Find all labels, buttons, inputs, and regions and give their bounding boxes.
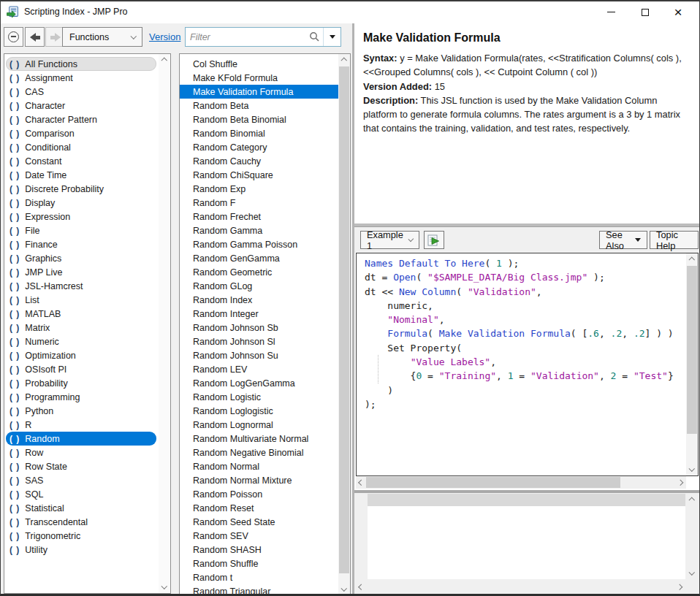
function-item-col-shuffle[interactable]: Col Shuffle bbox=[180, 57, 338, 71]
minimize-button[interactable] bbox=[598, 1, 623, 23]
scroll-right-button[interactable] bbox=[674, 581, 685, 593]
scroll-down-button[interactable] bbox=[686, 464, 698, 475]
category-item-row[interactable]: ( )Row bbox=[6, 446, 156, 459]
function-item-random-gengamma[interactable]: Random GenGamma bbox=[180, 251, 338, 265]
collapse-button[interactable] bbox=[4, 27, 23, 47]
function-item-random-reset[interactable]: Random Reset bbox=[180, 501, 338, 515]
function-item-random-category[interactable]: Random Category bbox=[180, 140, 338, 154]
function-item-random-f[interactable]: Random F bbox=[180, 196, 338, 210]
example-select[interactable]: Example 1 bbox=[360, 231, 419, 249]
function-item-random-shuffle[interactable]: Random Shuffle bbox=[180, 557, 338, 570]
function-item-random-johnson-sb[interactable]: Random Johnson Sb bbox=[180, 321, 338, 335]
filter-dropdown-button[interactable] bbox=[323, 28, 341, 46]
function-item-random-glog[interactable]: Random GLog bbox=[180, 279, 338, 293]
function-item-random-multivariate-normal[interactable]: Random Multivariate Normal bbox=[180, 432, 338, 446]
function-item-random-binomial[interactable]: Random Binomial bbox=[180, 126, 338, 140]
category-item-transcendental[interactable]: ( )Transcendental bbox=[6, 515, 156, 529]
function-item-random-lev[interactable]: Random LEV bbox=[180, 362, 338, 376]
function-item-random-negative-binomial[interactable]: Random Negative Binomial bbox=[180, 446, 338, 459]
category-item-trigonometric[interactable]: ( )Trigonometric bbox=[6, 529, 156, 543]
category-item-sas[interactable]: ( )SAS bbox=[6, 473, 156, 487]
category-item-expression[interactable]: ( )Expression bbox=[6, 210, 156, 224]
filter-input[interactable] bbox=[186, 32, 309, 42]
category-scrollbar[interactable] bbox=[159, 54, 170, 593]
run-script-button[interactable] bbox=[424, 231, 444, 249]
back-button[interactable] bbox=[25, 27, 45, 47]
category-item-r[interactable]: ( )R bbox=[6, 418, 156, 432]
function-item-random-integer[interactable]: Random Integer bbox=[180, 307, 338, 321]
maximize-button[interactable] bbox=[633, 1, 658, 23]
function-item-random-gamma[interactable]: Random Gamma bbox=[180, 224, 338, 237]
category-item-discrete-probability[interactable]: ( )Discrete Probability bbox=[6, 182, 156, 196]
editor-vertical-scrollbar[interactable] bbox=[686, 253, 698, 475]
category-item-optimization[interactable]: ( )Optimization bbox=[6, 348, 156, 362]
function-item-random-geometric[interactable]: Random Geometric bbox=[180, 265, 338, 279]
scrollbar-thumb[interactable] bbox=[366, 477, 620, 488]
function-item-random-johnson-su[interactable]: Random Johnson Su bbox=[180, 348, 338, 362]
category-item-numeric[interactable]: ( )Numeric bbox=[6, 335, 156, 348]
category-item-random[interactable]: ( )Random bbox=[6, 432, 156, 446]
category-item-statistical[interactable]: ( )Statistical bbox=[6, 501, 156, 515]
function-item-random-exp[interactable]: Random Exp bbox=[180, 182, 338, 196]
see-also-button[interactable]: See Also bbox=[599, 231, 647, 249]
category-item-character[interactable]: ( )Character bbox=[6, 99, 156, 112]
category-item-constant[interactable]: ( )Constant bbox=[6, 154, 156, 168]
category-item-graphics[interactable]: ( )Graphics bbox=[6, 251, 156, 265]
category-item-matlab[interactable]: ( )MATLAB bbox=[6, 307, 156, 321]
category-item-all-functions[interactable]: ( )All Functions bbox=[6, 57, 156, 71]
function-scrollbar[interactable] bbox=[338, 54, 350, 595]
function-item-random-loglogistic[interactable]: Random Loglogistic bbox=[180, 404, 338, 418]
scroll-left-button[interactable] bbox=[356, 581, 368, 593]
scroll-up-button[interactable] bbox=[686, 253, 698, 265]
category-item-character-pattern[interactable]: ( )Character Pattern bbox=[6, 112, 156, 126]
scroll-right-button[interactable] bbox=[674, 476, 686, 489]
scroll-up-button[interactable] bbox=[338, 54, 350, 66]
function-item-random-chisquare[interactable]: Random ChiSquare bbox=[180, 168, 338, 182]
category-item-programming[interactable]: ( )Programming bbox=[6, 390, 156, 404]
category-item-list[interactable]: ( )List bbox=[6, 293, 156, 307]
category-item-matrix[interactable]: ( )Matrix bbox=[6, 321, 156, 335]
version-link[interactable]: Version bbox=[149, 31, 180, 42]
function-item-random-johnson-sl[interactable]: Random Johnson Sl bbox=[180, 335, 338, 348]
function-item-random-loggengamma[interactable]: Random LogGenGamma bbox=[180, 376, 338, 390]
scroll-up-button[interactable] bbox=[685, 494, 698, 505]
category-item-conditional[interactable]: ( )Conditional bbox=[6, 140, 156, 154]
function-item-random-normal[interactable]: Random Normal bbox=[180, 459, 338, 473]
category-item-finance[interactable]: ( )Finance bbox=[6, 237, 156, 251]
category-item-assignment[interactable]: ( )Assignment bbox=[6, 71, 156, 85]
function-item-random-t[interactable]: Random t bbox=[180, 570, 338, 584]
function-item-random-normal-mixture[interactable]: Random Normal Mixture bbox=[180, 473, 338, 487]
category-item-row-state[interactable]: ( )Row State bbox=[6, 459, 156, 473]
category-item-comparison[interactable]: ( )Comparison bbox=[6, 126, 156, 140]
scroll-down-button[interactable] bbox=[338, 584, 350, 595]
category-item-jsl-hamcrest[interactable]: ( )JSL-Hamcrest bbox=[6, 279, 156, 293]
function-item-random-cauchy[interactable]: Random Cauchy bbox=[180, 154, 338, 168]
script-code[interactable]: Names Default To Here( 1 );dt = Open( "$… bbox=[357, 253, 686, 475]
function-item-random-gamma-poisson[interactable]: Random Gamma Poisson bbox=[180, 237, 338, 251]
category-item-date-time[interactable]: ( )Date Time bbox=[6, 168, 156, 182]
category-item-osisoft-pi[interactable]: ( )OSIsoft PI bbox=[6, 362, 156, 376]
function-item-random-lognormal[interactable]: Random Lognormal bbox=[180, 418, 338, 432]
function-item-random-seed-state[interactable]: Random Seed State bbox=[180, 515, 338, 529]
category-item-file[interactable]: ( )File bbox=[6, 224, 156, 237]
function-item-random-beta-binomial[interactable]: Random Beta Binomial bbox=[180, 112, 338, 126]
close-button[interactable]: × bbox=[666, 1, 691, 23]
category-item-python[interactable]: ( )Python bbox=[6, 404, 156, 418]
scroll-up-button[interactable] bbox=[159, 54, 170, 66]
category-item-jmp-live[interactable]: ( )JMP Live bbox=[6, 265, 156, 279]
scrollbar-thumb[interactable] bbox=[687, 266, 697, 434]
editor-horizontal-scrollbar[interactable] bbox=[356, 476, 686, 489]
category-item-sql[interactable]: ( )SQL bbox=[6, 487, 156, 501]
function-item-random-sev[interactable]: Random SEV bbox=[180, 529, 338, 543]
function-item-random-frechet[interactable]: Random Frechet bbox=[180, 210, 338, 224]
function-item-make-validation-formula[interactable]: Make Validation Formula bbox=[180, 85, 338, 99]
scroll-down-button[interactable] bbox=[685, 568, 698, 579]
view-mode-select[interactable]: Functions bbox=[62, 27, 142, 47]
output-horizontal-scrollbar[interactable] bbox=[356, 581, 685, 593]
scroll-down-button[interactable] bbox=[159, 581, 170, 593]
category-item-utility[interactable]: ( )Utility bbox=[6, 543, 156, 557]
output-vertical-scrollbar[interactable] bbox=[685, 494, 698, 579]
category-item-display[interactable]: ( )Display bbox=[6, 196, 156, 210]
topic-help-button[interactable]: Topic Help bbox=[650, 231, 699, 249]
function-item-random-poisson[interactable]: Random Poisson bbox=[180, 487, 338, 501]
